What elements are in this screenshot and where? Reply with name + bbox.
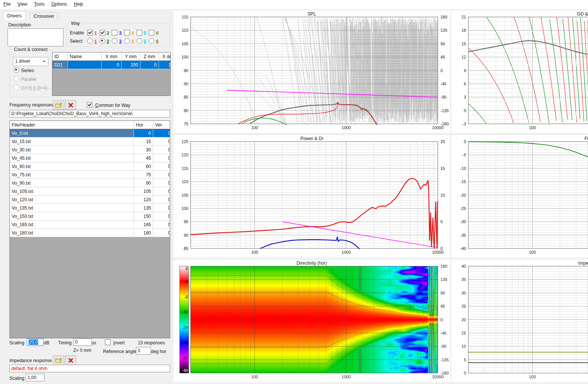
column-header[interactable]: Y mm [122, 52, 140, 61]
scaling-input[interactable]: 20,0 [27, 338, 43, 346]
description-input[interactable] [8, 28, 63, 46]
common-for-way-checkbox[interactable]: Common for Way [87, 102, 130, 108]
column-header[interactable]: ID [52, 52, 68, 61]
way-enable-5[interactable]: 5 [137, 29, 146, 36]
way-select-4[interactable]: 4 [124, 38, 134, 44]
way-enable-6[interactable]: 6 [149, 29, 159, 36]
clear-impedance-button[interactable] [65, 355, 76, 365]
open-impedance-button[interactable] [53, 355, 64, 365]
impedance-value-field[interactable]: default: flat 8 ohm [9, 365, 170, 372]
list-item[interactable]: Vo_135.txt1350 [10, 204, 170, 212]
chart-impedance[interactable]: 0510152025303540100100010000Impedance300… [451, 260, 588, 382]
way-select-1[interactable]: 1 [87, 38, 97, 44]
driver-count-dropdown[interactable]: 1 driver [13, 57, 48, 66]
way-number-label: 6 [156, 31, 159, 36]
reference-angle-label: Reference angle [103, 349, 136, 354]
way-group-label: Way [70, 21, 81, 26]
timing-unit-label: us [91, 340, 96, 345]
way-select-6[interactable]: 6 [149, 38, 159, 44]
chart-spl[interactable]: 7580859095100105110115100100010000-180-1… [174, 11, 450, 133]
menu-item-file[interactable]: File [0, 0, 14, 8]
way-enable-row: 123456 [87, 29, 161, 36]
chart-directivity[interactable]: 100100010000-180-135-90-450459013518080-… [174, 260, 450, 382]
clear-frequency-responses-button[interactable] [65, 100, 76, 110]
way-enable-4[interactable]: 4 [124, 29, 134, 36]
list-item[interactable]: Vo_60.txt600 [10, 162, 170, 171]
column-header[interactable]: File/Header [10, 121, 134, 129]
list-item[interactable]: Vo_90.txt900 [10, 179, 170, 187]
open-frequency-responses-button[interactable] [53, 100, 64, 110]
menu-item-help[interactable]: Help [71, 0, 87, 8]
svg-text:6: 6 [464, 82, 466, 86]
column-header[interactable]: Name [68, 52, 102, 61]
delete-x-icon [68, 358, 74, 363]
chart-filter[interactable]: -40-35-30-25-20-15-10-50100100010000Filt… [451, 135, 588, 258]
column-header[interactable]: Z mm [140, 52, 159, 61]
svg-text:0: 0 [186, 279, 188, 284]
svg-text:-90: -90 [440, 95, 446, 99]
way-number-label: 4 [131, 39, 134, 44]
list-item[interactable]: Vo_0.txt00 [10, 129, 170, 137]
way-enable-2[interactable]: 2 [100, 29, 109, 36]
svg-text:30: 30 [462, 291, 466, 295]
svg-text:-90: -90 [440, 344, 446, 349]
menu-item-tools[interactable]: Tools [31, 0, 48, 8]
column-header[interactable]: X mm [102, 52, 122, 61]
list-item[interactable]: Vo_165.txt1650 [10, 221, 170, 229]
table-row[interactable]: D21020001800 [52, 61, 171, 69]
way-enable-3[interactable]: 3 [112, 29, 122, 36]
svg-text:-40: -40 [182, 356, 188, 360]
svg-text:-135: -135 [440, 358, 449, 362]
chart-title: Impedance [578, 261, 588, 266]
timing-input[interactable]: 0 [73, 338, 92, 346]
svg-text:-45: -45 [440, 331, 446, 335]
way-enable-1[interactable]: 1 [87, 29, 97, 36]
list-item[interactable]: Vo_180.txt1800 [10, 229, 170, 237]
column-header[interactable]: Ver [153, 121, 171, 129]
svg-text:100: 100 [251, 250, 258, 254]
list-item[interactable]: Vo_150.txt1500 [10, 212, 170, 221]
way-select-3[interactable]: 3 [112, 38, 122, 44]
list-item[interactable]: Vo_15.txt150 [10, 137, 170, 146]
tab-drivers[interactable]: Drivers [3, 11, 26, 20]
connect-option--1-2-3-4-[interactable]: (1+2) || (3+4)... [14, 85, 51, 91]
svg-text:3: 3 [464, 95, 466, 99]
way-select-5[interactable]: 5 [137, 38, 146, 44]
menu-item-view[interactable]: View [14, 0, 31, 8]
checkbox-icon [137, 30, 142, 35]
way-number-label: 2 [107, 31, 109, 36]
list-item[interactable]: Vo_105.txt1050 [10, 187, 170, 196]
way-select-2[interactable]: 2 [100, 38, 109, 44]
connect-option-parallel[interactable]: Parallel [14, 76, 36, 82]
chart-gd[interactable]: -3036912151821100100010000GD & Phase [451, 11, 588, 133]
file-table[interactable]: File/HeaderHorVerVo_0.txt00Vo_15.txt150V… [9, 120, 170, 338]
svg-text:-135: -135 [440, 108, 449, 113]
driver-table[interactable]: IDNameX mmY mmZ mmX degY degD21020001800 [52, 52, 171, 96]
checkbox-icon [87, 102, 92, 108]
impedance-scaling-input[interactable]: 1,00 [26, 374, 45, 381]
list-item[interactable]: Vo_45.txt450 [10, 154, 170, 162]
reference-angle-unit-label: deg hor [151, 349, 166, 354]
menu-item-options[interactable]: Options [48, 0, 70, 8]
table-header-row: IDNameX mmY mmZ mmX degY deg [52, 52, 171, 61]
connect-option-series[interactable]: Series [14, 67, 34, 73]
column-header[interactable]: Hor [134, 121, 153, 129]
way-number-label: 5 [144, 31, 146, 36]
svg-text:45: 45 [440, 304, 445, 308]
responses-path-input[interactable]: D:\Projekte_Lokal\ChoDi\ChoD_Bass_VoHi_h… [9, 110, 170, 117]
list-item[interactable]: Vo_75.txt750 [10, 171, 170, 179]
svg-text:85: 85 [184, 246, 188, 251]
svg-text:135: 135 [440, 277, 447, 282]
tab-crossover[interactable]: Crossover [30, 12, 58, 20]
svg-text:-180: -180 [440, 371, 449, 375]
column-header[interactable]: X deg [159, 52, 171, 61]
list-item[interactable]: Vo_120.txt1200 [10, 196, 170, 204]
reference-angle-input[interactable]: 0 [136, 347, 151, 355]
invert-checkbox[interactable]: Invert [105, 339, 125, 345]
list-item[interactable]: Vo_30.txt300 [10, 146, 170, 154]
count-connect-label: Count & connect [13, 47, 49, 52]
svg-text:-16: -16 [182, 310, 188, 314]
svg-text:90: 90 [184, 82, 188, 86]
chart-power[interactable]: 8590951001051101151201251001000100000510… [174, 135, 450, 258]
impedance-response-label: Impedance response [9, 358, 52, 363]
